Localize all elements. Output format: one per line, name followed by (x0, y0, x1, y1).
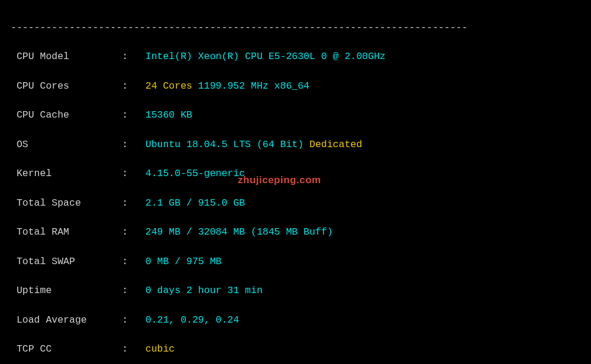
row-cpu-cache: CPU Cache : 15360 KB (11, 108, 580, 123)
label-total-space: Total Space (17, 197, 122, 209)
value-os: Ubuntu 18.04.5 LTS (64 Bit) (146, 139, 303, 150)
row-tcp-cc: TCP CC : cubic (11, 342, 580, 357)
value-cpu-cores-freq: 1199.952 MHz x86_64 (192, 80, 309, 92)
label-load-avg: Load Average (17, 314, 122, 326)
label-cpu-cache: CPU Cache (17, 109, 122, 121)
row-total-ram: Total RAM : 249 MB / 32084 MB (1845 MB B… (11, 225, 580, 240)
value-cpu-model: Intel(R) Xeon(R) CPU E5-2630L 0 @ 2.00GH… (146, 51, 386, 62)
row-total-space: Total Space : 2.1 GB / 915.0 GB (11, 196, 580, 211)
value-load-avg: 0.21, 0.29, 0.24 (146, 314, 239, 326)
label-cpu-model: CPU Model (17, 51, 122, 62)
label-uptime: Uptime (17, 285, 122, 296)
watermark-text: zhujiceping.com (238, 173, 321, 188)
label-total-ram: Total RAM (17, 226, 122, 238)
label-kernel: Kernel (17, 168, 122, 179)
value-cpu-cores-count: 24 Cores (146, 80, 192, 92)
label-cpu-cores: CPU Cores (17, 80, 122, 92)
row-cpu-model: CPU Model : Intel(R) Xeon(R) CPU E5-2630… (11, 50, 580, 64)
value-kernel: 4.15.0-55-generic (146, 168, 245, 179)
row-uptime: Uptime : 0 days 2 hour 31 min (11, 284, 580, 298)
label-total-swap: Total SWAP (17, 256, 122, 267)
row-cpu-cores: CPU Cores : 24 Cores 1199.952 MHz x86_64 (11, 79, 580, 94)
row-os: OS : Ubuntu 18.04.5 LTS (64 Bit) Dedicat… (11, 138, 580, 152)
label-os: OS (17, 139, 122, 150)
value-os-type: Dedicated (303, 139, 362, 150)
value-total-space: 2.1 GB / 915.0 GB (146, 197, 245, 209)
row-load-avg: Load Average : 0.21, 0.29, 0.24 (11, 313, 580, 328)
value-total-swap: 0 MB / 975 MB (146, 256, 222, 267)
value-cpu-cache: 15360 KB (146, 109, 192, 121)
row-total-swap: Total SWAP : 0 MB / 975 MB (11, 255, 580, 269)
value-tcp-cc: cubic (146, 343, 175, 355)
label-tcp-cc: TCP CC (17, 343, 122, 355)
value-total-ram: 249 MB / 32084 MB (1845 MB Buff) (146, 226, 333, 238)
value-uptime: 0 days 2 hour 31 min (146, 285, 263, 296)
dash-line: ----------------------------------------… (11, 21, 580, 35)
